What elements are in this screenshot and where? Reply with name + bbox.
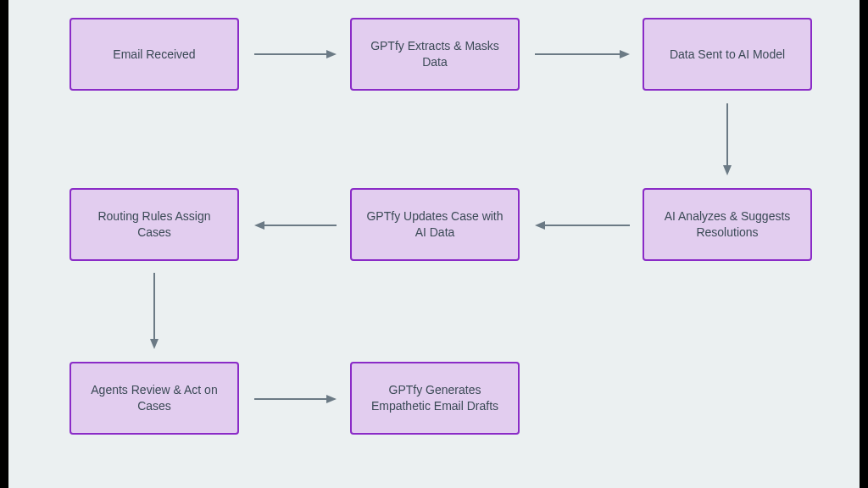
flow-node-label: Email Received [113, 47, 195, 63]
flow-arrow-n2-n3 [535, 47, 630, 61]
flow-node-n7: Agents Review & Act on Cases [70, 362, 239, 435]
flow-node-label: Routing Rules Assign Cases [81, 208, 227, 241]
flow-arrow-n6-n7 [147, 273, 161, 349]
flow-node-n3: Data Sent to AI Model [643, 18, 812, 91]
svg-marker-3 [620, 50, 630, 58]
flow-arrow-n5-n6 [254, 219, 337, 232]
flow-node-n6: Routing Rules Assign Cases [70, 188, 239, 261]
flow-arrow-n3-n4 [721, 103, 734, 175]
svg-marker-7 [535, 221, 545, 230]
svg-marker-5 [723, 165, 732, 175]
svg-marker-11 [150, 339, 159, 349]
flow-arrow-n7-n8 [254, 392, 337, 406]
flow-node-label: Data Sent to AI Model [670, 47, 785, 63]
flow-node-label: Agents Review & Act on Cases [81, 382, 227, 414]
flow-arrow-n1-n2 [254, 47, 337, 61]
flow-node-label: GPTfy Generates Empathetic Email Drafts [362, 382, 508, 414]
flow-node-label: AI Analyzes & Suggests Resolutions [654, 208, 800, 241]
flow-node-n2: GPTfy Extracts & Masks Data [350, 18, 520, 91]
flow-arrow-n4-n5 [535, 219, 630, 232]
svg-marker-1 [326, 50, 337, 58]
svg-marker-13 [326, 395, 337, 403]
flow-node-n5: GPTfy Updates Case with AI Data [350, 188, 520, 261]
flow-node-label: GPTfy Updates Case with AI Data [362, 208, 508, 241]
flow-node-n1: Email Received [70, 18, 239, 91]
diagram-canvas: Email ReceivedGPTfy Extracts & Masks Dat… [8, 0, 860, 488]
svg-marker-9 [254, 221, 264, 230]
flow-node-n4: AI Analyzes & Suggests Resolutions [643, 188, 812, 261]
flow-node-label: GPTfy Extracts & Masks Data [362, 38, 508, 70]
flow-node-n8: GPTfy Generates Empathetic Email Drafts [350, 362, 520, 435]
